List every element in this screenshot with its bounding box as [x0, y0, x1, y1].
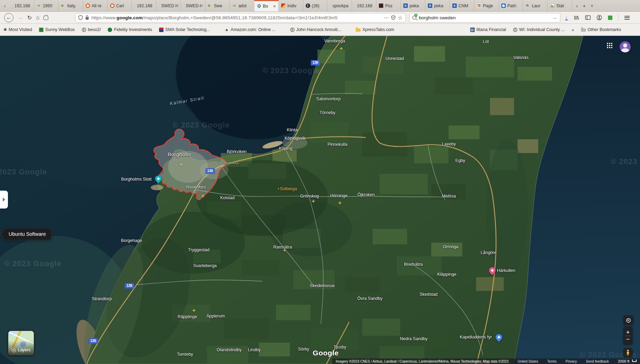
home-button[interactable]: ⌂: [36, 14, 39, 21]
map-label[interactable]: Grönskog: [300, 194, 319, 199]
map-label[interactable]: Övra Sandby: [357, 296, 383, 301]
url-text[interactable]: https://www.google.com/maps/place/Borgho…: [91, 15, 382, 20]
town-plus-marker[interactable]: +: [338, 200, 342, 206]
map-label-kapelluddens-fyr[interactable]: Kapelluddens fyr: [460, 335, 492, 340]
bookmark-item[interactable]: SMA Solar Technolog...: [159, 27, 210, 32]
map-label[interactable]: Pinnekulla: [327, 142, 347, 147]
map-label[interactable]: Kläppinge: [437, 272, 456, 277]
map-label[interactable]: Härkullen: [497, 268, 515, 273]
map-label[interactable]: Egby: [455, 158, 465, 163]
tracking-protection-shield-icon[interactable]: [78, 15, 83, 20]
downloads-icon[interactable]: ↓: [565, 15, 568, 20]
tab[interactable]: Page: [474, 0, 499, 11]
map-label[interactable]: Skedemosse: [310, 283, 335, 288]
search-engine-icon[interactable]: [412, 16, 416, 20]
zoom-out-button[interactable]: −: [626, 336, 630, 343]
map-label[interactable]: Kolstad: [220, 195, 235, 200]
print-button[interactable]: [43, 15, 48, 20]
google-logo[interactable]: Google: [313, 349, 338, 357]
list-all-tabs-icon[interactable]: ∨: [591, 3, 593, 8]
map-label[interactable]: Långöre: [481, 250, 496, 255]
tab[interactable]: 192.168: [352, 0, 376, 11]
tab[interactable]: peka: [425, 0, 450, 11]
map-label[interactable]: Lindby: [248, 347, 261, 352]
map-label[interactable]: Skedstad: [420, 292, 437, 297]
map-label-solberga[interactable]: +Solberga: [277, 186, 297, 191]
tab[interactable]: Indiv: [279, 0, 303, 11]
side-panel-expand-button[interactable]: [0, 191, 8, 209]
town-plus-marker[interactable]: +: [339, 45, 343, 52]
tab[interactable]: All re: [83, 0, 108, 11]
account-icon[interactable]: [597, 15, 602, 20]
forward-button[interactable]: →: [18, 14, 23, 21]
map-label[interactable]: Melösa: [442, 194, 456, 199]
tab[interactable]: ☘Laur: [523, 0, 548, 11]
page-actions-icon[interactable]: ⋯: [384, 15, 389, 20]
tab-scroll-left-icon[interactable]: ‹: [0, 0, 10, 11]
tab[interactable]: CNM: [450, 0, 474, 11]
map-label[interactable]: Ramsätra: [273, 245, 292, 250]
tab[interactable]: Stát: [548, 0, 572, 11]
tab[interactable]: ⇥1950: [34, 0, 59, 11]
tab[interactable]: Patri: [499, 0, 523, 11]
terms-link[interactable]: Terms: [547, 360, 557, 363]
map-label[interactable]: Törneby: [319, 110, 335, 115]
layers-button[interactable]: Layers: [8, 330, 35, 356]
map-label[interactable]: Unnestad: [385, 56, 404, 61]
bookmark-item[interactable]: John Hancock Annuiti...: [290, 27, 342, 32]
bookmark-star-icon[interactable]: ☆: [398, 14, 403, 21]
bookmark-item[interactable]: Illiana Financial: [470, 27, 506, 32]
street-view-pegman-button[interactable]: [623, 348, 633, 357]
town-plus-marker[interactable]: +: [201, 193, 205, 200]
bookmark-item[interactable]: aAmazon.com: Online ...: [225, 27, 276, 32]
map-label[interactable]: Borgehage: [121, 238, 142, 243]
google-apps-grid-icon[interactable]: [606, 42, 613, 49]
map-label[interactable]: Äpplerum: [206, 314, 225, 318]
tab[interactable]: spockpa: [327, 0, 352, 11]
tab[interactable]: 192.168: [132, 0, 156, 11]
map-label[interactable]: Räpplinge: [178, 314, 197, 319]
bookmark-most-visited[interactable]: ✱Most Visited: [3, 27, 32, 32]
url-bar[interactable]: https://www.google.com/maps/place/Borgho…: [75, 13, 406, 22]
map-label[interactable]: Ormöga: [443, 244, 458, 249]
map-label[interactable]: Olandslindby: [217, 347, 242, 352]
map-label[interactable]: Öjkroken: [357, 192, 375, 197]
zoom-in-button[interactable]: +: [626, 329, 630, 336]
search-input[interactable]: borgholm sweden: [419, 15, 549, 20]
map-label[interactable]: Klinta: [287, 128, 297, 132]
map-label[interactable]: Bredsätra: [404, 262, 423, 267]
tab[interactable]: Carl: [108, 0, 132, 11]
bookmark-item[interactable]: Fidelity Investments: [108, 27, 152, 32]
map-label-city-borgholm[interactable]: Borgholm: [168, 151, 191, 158]
bookmark-item[interactable]: WI: Individual County ...: [513, 27, 565, 32]
map-label[interactable]: Hörninge: [330, 193, 348, 198]
map-label[interactable]: Löt: [483, 39, 489, 44]
tab-active-google-maps[interactable]: Bo×: [254, 0, 279, 11]
new-tab-button[interactable]: +: [583, 3, 586, 9]
tab[interactable]: ♣Swe: [205, 0, 230, 11]
tab-close-icon[interactable]: ×: [272, 3, 276, 9]
tab[interactable]: ♣Italy,: [59, 0, 83, 11]
reload-button[interactable]: ↻: [27, 14, 32, 21]
other-bookmarks-button[interactable]: Other Bookmarks: [581, 27, 621, 32]
map-label[interactable]: Salomontorp: [316, 97, 341, 101]
tab[interactable]: peka: [401, 0, 425, 11]
search-go-icon[interactable]: →: [552, 14, 557, 21]
account-avatar[interactable]: [620, 41, 631, 52]
map-canvas[interactable]: © 2023 Google © 2023 Google © 2023 Googl…: [0, 36, 640, 364]
tab[interactable]: SWED-H: [181, 0, 205, 11]
map-label[interactable]: Björkviken: [227, 149, 247, 154]
map-label[interactable]: Nedra Sandby: [400, 336, 427, 341]
map-label[interactable]: Sörby: [298, 347, 309, 352]
tab[interactable]: Poz: [376, 0, 401, 11]
tab[interactable]: SWED H: [156, 0, 181, 11]
send-feedback-link[interactable]: Send feedback: [586, 360, 609, 363]
my-location-button[interactable]: [623, 315, 633, 325]
extension-icon[interactable]: [608, 16, 612, 20]
bookmark-item[interactable]: Sunny WebBox: [39, 27, 75, 32]
bookmarks-overflow-chevron[interactable]: »: [572, 27, 574, 32]
map-label[interactable]: Svarteberga: [193, 263, 217, 268]
back-button[interactable]: ←: [4, 13, 13, 22]
map-label[interactable]: Laxeby: [442, 142, 456, 146]
map-label[interactable]: Tomteby: [177, 352, 193, 357]
